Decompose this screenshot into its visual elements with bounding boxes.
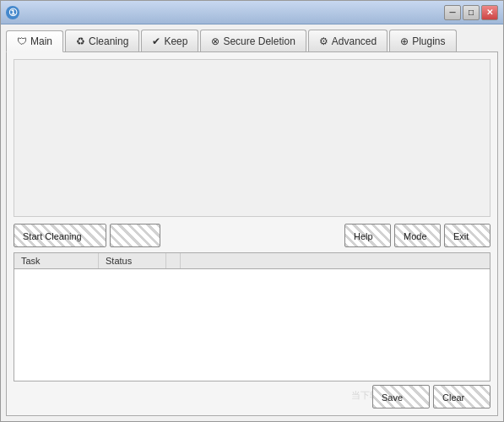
title-bar-left: ①	[6, 6, 23, 19]
toolbar: Start Cleaning Help Mode Exit	[14, 224, 490, 247]
start-cleaning-button[interactable]: Start Cleaning	[14, 224, 106, 247]
maximize-button[interactable]: □	[463, 5, 480, 20]
minimize-button[interactable]: ─	[444, 5, 461, 20]
tab-plugins[interactable]: ⊕ Plugins	[389, 30, 456, 51]
tab-main[interactable]: 🛡 Main	[6, 30, 63, 52]
tab-plugins-label: Plugins	[412, 35, 445, 47]
log-table-body	[14, 269, 490, 381]
keep-tab-icon: ✔	[152, 35, 160, 47]
toolbar-right: Help Mode Exit	[344, 224, 490, 247]
cleaning-tab-icon: ♻	[76, 35, 85, 47]
mode-button[interactable]: Mode	[394, 224, 441, 247]
log-area: Task Status 当下软件园 Save Log Clear Log	[14, 252, 490, 408]
tab-bar: 🛡 Main ♻ Cleaning ✔ Keep ⊗ Secure Deleti…	[6, 30, 498, 52]
advanced-tab-icon: ⚙	[319, 35, 328, 47]
app-icon: ①	[6, 6, 19, 19]
top-preview-area	[14, 59, 490, 217]
toolbar-left: Start Cleaning	[14, 224, 160, 247]
title-bar: ① ─ □ ✕	[1, 1, 503, 24]
window-controls: ─ □ ✕	[444, 5, 498, 20]
tab-cleaning-label: Cleaning	[89, 35, 128, 47]
task-column-header: Task	[14, 253, 99, 268]
help-button[interactable]: Help	[344, 224, 391, 247]
clear-log-button[interactable]: Clear Log	[433, 385, 490, 408]
plugins-tab-icon: ⊕	[400, 35, 409, 47]
tab-advanced-label: Advanced	[332, 35, 377, 47]
main-tab-icon: 🛡	[17, 35, 27, 47]
progress-bar	[110, 224, 160, 247]
main-panel: Start Cleaning Help Mode Exit	[6, 52, 498, 416]
extra-column-header	[166, 253, 181, 268]
close-button[interactable]: ✕	[481, 5, 498, 20]
tab-secure-deletion-label: Secure Deletion	[223, 35, 295, 47]
content-area: 🛡 Main ♻ Cleaning ✔ Keep ⊗ Secure Deleti…	[1, 24, 503, 421]
exit-button[interactable]: Exit	[444, 224, 490, 247]
tab-advanced[interactable]: ⚙ Advanced	[308, 30, 387, 51]
save-log-button[interactable]: Save Log	[372, 385, 430, 408]
log-table-header: Task Status	[14, 253, 490, 269]
tab-main-label: Main	[30, 35, 52, 47]
tab-secure-deletion[interactable]: ⊗ Secure Deletion	[200, 30, 306, 51]
bottom-bar: Save Log Clear Log	[14, 381, 490, 408]
log-table: Task Status	[14, 252, 490, 381]
tab-keep[interactable]: ✔ Keep	[141, 30, 198, 51]
status-column-header: Status	[99, 253, 166, 268]
secure-deletion-tab-icon: ⊗	[211, 35, 219, 47]
main-window: ① ─ □ ✕ 🛡 Main ♻ Cleaning ✔ Keep	[0, 0, 504, 422]
tab-cleaning[interactable]: ♻ Cleaning	[65, 30, 139, 51]
tab-keep-label: Keep	[164, 35, 187, 47]
